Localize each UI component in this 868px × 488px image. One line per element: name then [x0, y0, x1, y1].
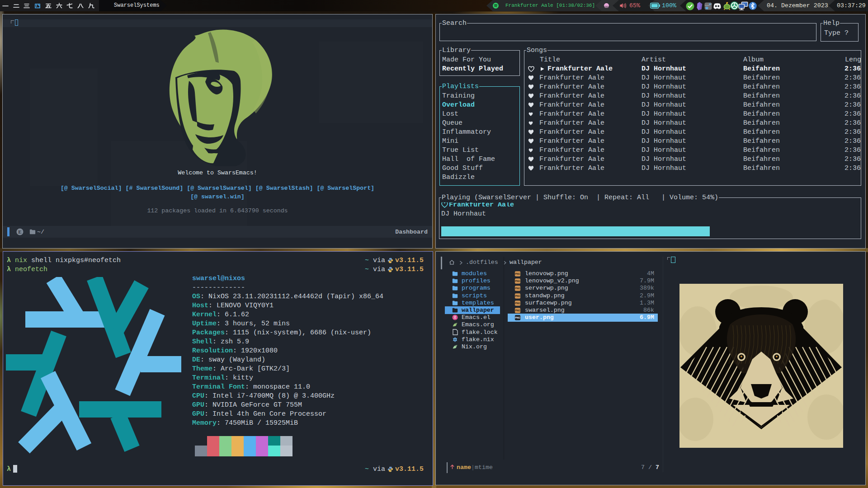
svg-text:PNG: PNG — [515, 272, 520, 275]
svg-text:PNG: PNG — [515, 302, 520, 305]
svg-text:PNG: PNG — [515, 309, 520, 312]
svg-text:PNG: PNG — [515, 316, 520, 319]
svg-text:PNG: PNG — [515, 280, 520, 282]
svg-text:PNG: PNG — [515, 287, 520, 290]
svg-text:PNG: PNG — [515, 295, 520, 297]
svg-text:E: E — [18, 229, 21, 235]
